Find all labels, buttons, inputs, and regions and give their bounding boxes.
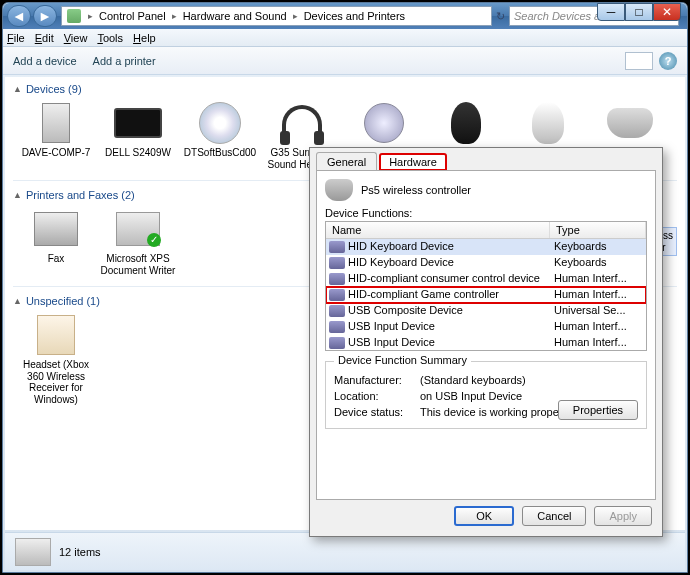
row-type: Human Interf... xyxy=(550,288,646,302)
device-small-icon xyxy=(329,305,345,317)
printer-item[interactable]: Fax xyxy=(17,207,95,276)
device-small-icon xyxy=(329,321,345,333)
mouse-icon xyxy=(451,102,481,144)
device-label: Microsoft XPS Document Writer xyxy=(99,253,177,276)
row-type: Human Interf... xyxy=(550,272,646,286)
menu-file[interactable]: File xyxy=(7,32,25,44)
breadcrumb[interactable]: ▸ Control Panel ▸ Hardware and Sound ▸ D… xyxy=(61,6,492,26)
row-name: HID Keyboard Device xyxy=(348,240,550,254)
menu-help[interactable]: Help xyxy=(133,32,156,44)
menu-edit[interactable]: Edit xyxy=(35,32,54,44)
menu-tools[interactable]: Tools xyxy=(97,32,123,44)
device-label: DTSoftBusCd00 xyxy=(184,147,256,159)
row-name: HID-compliant consumer control device xyxy=(348,272,550,286)
summary-key: Device status: xyxy=(334,406,420,418)
device-label: DELL S2409W xyxy=(105,147,171,159)
group-title: Device Function Summary xyxy=(334,354,471,366)
tab-body: Ps5 wireless controller Device Functions… xyxy=(316,170,656,500)
category-label: Devices (9) xyxy=(26,83,82,95)
row-type: Human Interf... xyxy=(550,320,646,334)
row-type: Keyboards xyxy=(550,240,646,254)
summary-value: (Standard keyboards) xyxy=(420,374,526,386)
gamepad-icon xyxy=(325,179,353,201)
computer-icon xyxy=(42,103,70,143)
breadcrumb-item[interactable]: Hardware and Sound xyxy=(181,10,289,22)
forward-button[interactable]: ► xyxy=(33,5,57,27)
menubar: File Edit View Tools Help xyxy=(3,29,687,47)
explorer-window: ─ □ ✕ ◄ ► ▸ Control Panel ▸ Hardware and… xyxy=(2,2,688,573)
window-controls: ─ □ ✕ xyxy=(597,3,681,21)
list-row[interactable]: HID Keyboard DeviceKeyboards xyxy=(326,255,646,271)
chevron-right-icon: ▸ xyxy=(289,11,302,21)
list-row[interactable]: USB Input DeviceHuman Interf... xyxy=(326,335,646,351)
printer-icon: ✓ xyxy=(116,212,160,246)
add-device-link[interactable]: Add a device xyxy=(13,55,77,67)
device-label: Headset (Xbox 360 Wireless Receiver for … xyxy=(17,359,95,405)
apply-button[interactable]: Apply xyxy=(594,506,652,526)
device-item[interactable]: DTSoftBusCd00 xyxy=(181,101,259,170)
device-summary-group: Device Function Summary Manufacturer:(St… xyxy=(325,361,647,429)
item-count: 12 items xyxy=(59,546,101,558)
device-small-icon xyxy=(329,337,345,349)
list-row[interactable]: USB Input DeviceHuman Interf... xyxy=(326,319,646,335)
summary-value: This device is working properly. xyxy=(420,406,573,418)
col-type[interactable]: Type xyxy=(550,222,646,238)
gamepad-icon xyxy=(607,108,653,138)
list-row[interactable]: HID-compliant Game controllerHuman Inter… xyxy=(326,287,646,303)
ok-button[interactable]: OK xyxy=(454,506,514,526)
row-name: USB Composite Device xyxy=(348,304,550,318)
help-button[interactable]: ? xyxy=(659,52,677,70)
package-icon xyxy=(37,315,75,355)
device-item[interactable]: Headset (Xbox 360 Wireless Receiver for … xyxy=(17,313,95,405)
printer-item[interactable]: ✓Microsoft XPS Document Writer xyxy=(99,207,177,276)
device-item[interactable]: DAVE-COMP-7 xyxy=(17,101,95,170)
device-functions-list[interactable]: Name Type HID Keyboard DeviceKeyboardsHI… xyxy=(325,221,647,351)
headset-icon xyxy=(282,105,322,141)
row-name: USB Input Device xyxy=(348,336,550,350)
row-name: USB Input Device xyxy=(348,320,550,334)
list-row[interactable]: USB Composite DeviceUniversal Se... xyxy=(326,303,646,319)
list-row[interactable]: HID-compliant consumer control deviceHum… xyxy=(326,271,646,287)
properties-dialog: General Hardware Ps5 wireless controller… xyxy=(309,147,663,537)
add-printer-link[interactable]: Add a printer xyxy=(93,55,156,67)
device-title-row: Ps5 wireless controller xyxy=(325,179,647,201)
row-type: Universal Se... xyxy=(550,304,646,318)
category-label: Printers and Faxes (2) xyxy=(26,189,135,201)
back-button[interactable]: ◄ xyxy=(7,5,31,27)
device-functions-label: Device Functions: xyxy=(325,207,647,219)
command-bar: Add a device Add a printer ? xyxy=(3,47,687,75)
summary-key: Location: xyxy=(334,390,420,402)
cancel-button[interactable]: Cancel xyxy=(522,506,586,526)
chevron-right-icon: ▸ xyxy=(168,11,181,21)
tab-hardware[interactable]: Hardware xyxy=(379,153,447,171)
list-header: Name Type xyxy=(326,222,646,239)
breadcrumb-item[interactable]: Control Panel xyxy=(97,10,168,22)
list-row[interactable]: HID Keyboard DeviceKeyboards xyxy=(326,239,646,255)
collapse-icon: ▲ xyxy=(13,296,22,306)
monitor-icon xyxy=(114,108,162,138)
summary-key: Manufacturer: xyxy=(334,374,420,386)
device-item[interactable]: DELL S2409W xyxy=(99,101,177,170)
row-type: Human Interf... xyxy=(550,336,646,350)
category-header-devices[interactable]: ▲Devices (9) xyxy=(5,77,685,97)
view-options-button[interactable] xyxy=(625,52,653,70)
tab-general[interactable]: General xyxy=(316,152,377,170)
category-label: Unspecified (1) xyxy=(26,295,100,307)
close-button[interactable]: ✕ xyxy=(653,3,681,21)
dialog-buttons: OK Cancel Apply xyxy=(310,506,662,534)
webcam-icon xyxy=(364,103,404,143)
breadcrumb-item[interactable]: Devices and Printers xyxy=(302,10,408,22)
device-label: Fax xyxy=(48,253,65,265)
maximize-button[interactable]: □ xyxy=(625,3,653,21)
refresh-icon[interactable]: ↻ xyxy=(496,10,505,23)
properties-button[interactable]: Properties xyxy=(558,400,638,420)
device-small-icon xyxy=(329,257,345,269)
menu-view[interactable]: View xyxy=(64,32,88,44)
row-type: Keyboards xyxy=(550,256,646,270)
summary-value: on USB Input Device xyxy=(420,390,522,402)
minimize-button[interactable]: ─ xyxy=(597,3,625,21)
mouse-icon xyxy=(532,102,564,144)
collapse-icon: ▲ xyxy=(13,190,22,200)
col-name[interactable]: Name xyxy=(326,222,550,238)
device-title: Ps5 wireless controller xyxy=(361,184,471,196)
